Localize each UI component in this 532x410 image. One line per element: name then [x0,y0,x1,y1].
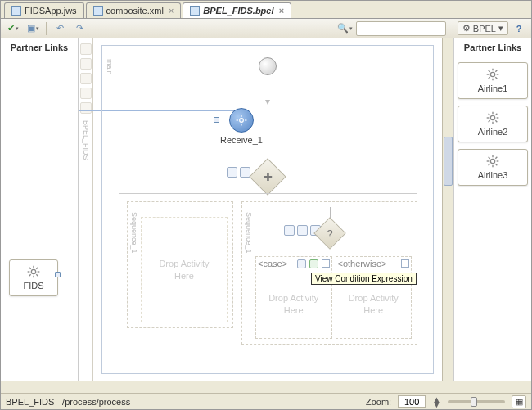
partner-links-heading: Partner Links [454,38,531,59]
gear-icon [486,111,499,124]
partner-link-airline1[interactable]: Airline1 [458,62,528,99]
mini-button[interactable] [297,225,308,236]
vtool-button[interactable] [80,43,92,55]
svg-line-20 [495,77,497,79]
gear-icon [236,115,247,126]
slider-knob[interactable] [471,397,477,407]
zoom-stepper[interactable]: ▲▼ [432,397,441,407]
svg-line-7 [29,274,31,276]
branch-label: Sequence_1 [245,212,253,254]
otherwise-branch[interactable]: <otherwise> - Drop ActivityHere [336,256,413,339]
vtool-button[interactable] [80,58,92,70]
zoom-slider[interactable] [448,400,505,403]
scrollbar-thumb[interactable] [444,137,453,186]
close-icon[interactable]: × [169,6,174,16]
close-icon[interactable]: × [279,6,284,16]
gear-icon [27,265,40,278]
port-icon[interactable] [55,272,61,277]
drop-zone[interactable]: Drop ActivityHere [159,258,209,282]
case-label: <case> [258,259,287,268]
sequence-branch-right[interactable]: Sequence_1 ? <case> - [241,201,417,345]
partner-link-label: Airline2 [478,127,508,137]
file-icon [190,6,200,16]
tab-bpel-fids[interactable]: BPEL_FIDS.bpel × [183,2,291,18]
partner-link-fids[interactable]: FIDS [9,259,58,296]
receive-activity[interactable]: Receive_1 [220,108,263,145]
redo-button[interactable]: ↷ [70,20,88,37]
gear-icon [486,68,499,81]
mini-button[interactable] [227,167,237,178]
svg-line-30 [489,120,490,122]
undo-button[interactable]: ↶ [51,20,69,37]
vertical-scrollbar[interactable] [442,38,453,381]
svg-point-23 [490,115,494,119]
vtool-button[interactable] [80,73,92,84]
zoom-input[interactable] [398,395,426,408]
find-dropdown-button[interactable]: 🔍▾ [336,20,354,37]
help-button[interactable]: ? [510,20,528,37]
search-input[interactable] [356,21,446,36]
toolbar-separator [46,22,47,35]
editor-main: Partner Links FIDS BPEL_FIDS main [1,38,531,381]
svg-line-37 [489,157,490,159]
bpel-canvas[interactable]: main Receive_1 ✚ Sequence_1 Drop [93,38,442,381]
view-condition-button[interactable] [309,259,318,268]
file-icon [93,6,103,16]
svg-point-14 [490,72,494,76]
svg-point-9 [240,119,244,123]
port-icon[interactable] [214,117,219,123]
collapse-button[interactable]: - [322,259,330,268]
editor-tabstrip: FIDSApp.jws composite.xml × BPEL_FIDS.bp… [1,1,531,19]
collapse-button[interactable]: - [401,259,409,268]
svg-line-40 [495,157,497,159]
svg-line-21 [489,77,490,79]
svg-line-31 [495,114,497,115]
mini-button[interactable] [284,225,295,236]
branch-line [119,193,417,194]
tab-label: BPEL_FIDS.bpel [203,6,273,16]
svg-line-29 [495,120,497,122]
bpel-canvas-wrap: BPEL_FIDS main Receive_1 ✚ [79,38,453,381]
drop-zone[interactable]: Drop ActivityHere [349,292,399,316]
svg-line-6 [36,274,38,276]
vtool-button[interactable] [80,88,92,99]
svg-line-39 [489,164,490,165]
overview-button[interactable]: ▦ [512,395,526,408]
parallel-gateway[interactable]: ✚ [249,158,286,195]
tab-label: FIDSApp.jws [25,6,77,16]
partner-links-heading: Partner Links [1,38,78,59]
svg-line-38 [495,164,497,165]
layout-dropdown-button[interactable]: ▣▾ [24,20,42,37]
svg-point-0 [31,269,35,273]
activity-label: Receive_1 [220,135,263,145]
file-icon [11,6,21,16]
svg-line-28 [489,114,490,115]
partner-link-label: Airline1 [478,83,508,93]
partner-link-airline3[interactable]: Airline3 [458,149,528,186]
bpel-icon: ⚙ [462,23,471,34]
status-path: BPEL_FIDS - /process/process [6,397,130,407]
partner-links-left: Partner Links FIDS [1,38,79,381]
scope-label: main [106,59,114,75]
sequence-branch-left[interactable]: Sequence_1 Drop ActivityHere [127,201,233,328]
tab-composite[interactable]: composite.xml × [86,2,182,18]
branch-label: Sequence_1 [130,212,138,254]
svg-line-8 [36,268,38,269]
partner-link-airline2[interactable]: Airline2 [458,106,528,142]
case-branch[interactable]: <case> - Drop ActivityHere [255,256,332,339]
process-scope: main Receive_1 ✚ Sequence_1 Drop [101,45,434,374]
decision-gateway[interactable]: ? [313,217,346,250]
edit-button[interactable] [297,259,306,268]
arrow-icon [265,100,270,105]
horizontal-scrollbar[interactable] [1,381,531,393]
drop-zone[interactable]: Drop ActivityHere [268,292,318,316]
editor-toolbar: ✔▾ ▣▾ ↶ ↷ 🔍▾ ⚙ BPEL▾ ? [1,19,531,38]
tab-label: composite.xml [106,6,164,16]
start-event[interactable] [259,57,277,75]
zoom-label: Zoom: [366,397,391,407]
bpel-mode-dropdown[interactable]: ⚙ BPEL▾ [458,21,508,35]
tab-fidsapp[interactable]: FIDSApp.jws [4,2,84,18]
bpel-label: BPEL [473,24,496,34]
partner-link-label: FIDS [23,281,43,291]
check-dropdown-button[interactable]: ✔▾ [4,20,22,37]
